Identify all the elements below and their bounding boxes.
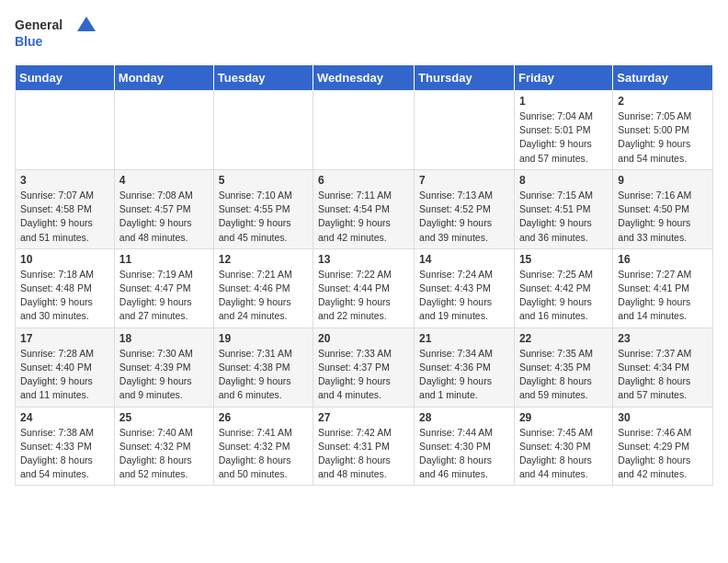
day-info: Sunrise: 7:30 AM Sunset: 4:39 PM Dayligh… <box>119 347 209 403</box>
calendar-header-sunday: Sunday <box>16 65 115 91</box>
day-number: 18 <box>119 332 209 345</box>
day-number: 27 <box>318 411 409 424</box>
calendar-cell: 6Sunrise: 7:11 AM Sunset: 4:54 PM Daylig… <box>313 169 415 248</box>
day-info: Sunrise: 7:27 AM Sunset: 4:41 PM Dayligh… <box>618 268 708 324</box>
day-info: Sunrise: 7:19 AM Sunset: 4:47 PM Dayligh… <box>119 268 209 324</box>
day-info: Sunrise: 7:38 AM Sunset: 4:33 PM Dayligh… <box>20 426 109 482</box>
calendar-cell: 13Sunrise: 7:22 AM Sunset: 4:44 PM Dayli… <box>313 248 415 327</box>
calendar-cell: 3Sunrise: 7:07 AM Sunset: 4:58 PM Daylig… <box>16 169 115 248</box>
day-number: 30 <box>618 411 708 424</box>
day-number: 19 <box>219 332 308 345</box>
day-info: Sunrise: 7:21 AM Sunset: 4:46 PM Dayligh… <box>219 268 308 324</box>
day-number: 8 <box>519 174 608 187</box>
day-number: 7 <box>419 174 509 187</box>
day-number: 9 <box>618 174 708 187</box>
day-info: Sunrise: 7:08 AM Sunset: 4:57 PM Dayligh… <box>119 189 209 245</box>
calendar-cell: 26Sunrise: 7:41 AM Sunset: 4:32 PM Dayli… <box>213 407 313 486</box>
day-number: 13 <box>318 253 409 266</box>
day-number: 25 <box>119 411 209 424</box>
day-info: Sunrise: 7:34 AM Sunset: 4:36 PM Dayligh… <box>419 347 509 403</box>
page-header: General Blue <box>15 15 713 53</box>
calendar-cell: 17Sunrise: 7:28 AM Sunset: 4:40 PM Dayli… <box>16 327 115 407</box>
calendar-cell: 24Sunrise: 7:38 AM Sunset: 4:33 PM Dayli… <box>16 407 115 486</box>
logo-svg: General Blue <box>15 15 97 53</box>
day-info: Sunrise: 7:28 AM Sunset: 4:40 PM Dayligh… <box>20 347 109 403</box>
day-number: 22 <box>519 332 608 345</box>
calendar-cell: 29Sunrise: 7:45 AM Sunset: 4:30 PM Dayli… <box>514 407 612 486</box>
calendar-week-3: 10Sunrise: 7:18 AM Sunset: 4:48 PM Dayli… <box>16 248 713 327</box>
calendar-header-wednesday: Wednesday <box>313 65 415 91</box>
day-number: 24 <box>20 411 109 424</box>
calendar-cell <box>313 91 415 170</box>
calendar-week-2: 3Sunrise: 7:07 AM Sunset: 4:58 PM Daylig… <box>16 169 713 248</box>
calendar-cell: 25Sunrise: 7:40 AM Sunset: 4:32 PM Dayli… <box>114 407 213 486</box>
calendar-cell: 4Sunrise: 7:08 AM Sunset: 4:57 PM Daylig… <box>114 169 213 248</box>
day-number: 11 <box>119 253 209 266</box>
logo: General Blue <box>15 15 97 53</box>
calendar-week-5: 24Sunrise: 7:38 AM Sunset: 4:33 PM Dayli… <box>16 407 713 486</box>
day-number: 4 <box>119 174 209 187</box>
day-number: 23 <box>618 332 708 345</box>
day-number: 26 <box>219 411 308 424</box>
day-info: Sunrise: 7:07 AM Sunset: 4:58 PM Dayligh… <box>20 189 109 245</box>
day-info: Sunrise: 7:46 AM Sunset: 4:29 PM Dayligh… <box>618 426 708 482</box>
day-info: Sunrise: 7:37 AM Sunset: 4:34 PM Dayligh… <box>618 347 708 403</box>
day-info: Sunrise: 7:42 AM Sunset: 4:31 PM Dayligh… <box>318 426 409 482</box>
day-number: 1 <box>519 95 608 108</box>
day-number: 6 <box>318 174 409 187</box>
day-number: 16 <box>618 253 708 266</box>
calendar-cell: 9Sunrise: 7:16 AM Sunset: 4:50 PM Daylig… <box>613 169 713 248</box>
day-info: Sunrise: 7:24 AM Sunset: 4:43 PM Dayligh… <box>419 268 509 324</box>
svg-marker-2 <box>77 17 96 31</box>
calendar-cell: 28Sunrise: 7:44 AM Sunset: 4:30 PM Dayli… <box>415 407 515 486</box>
day-info: Sunrise: 7:33 AM Sunset: 4:37 PM Dayligh… <box>318 347 409 403</box>
day-number: 29 <box>519 411 608 424</box>
calendar-cell: 22Sunrise: 7:35 AM Sunset: 4:35 PM Dayli… <box>514 327 612 407</box>
calendar-cell: 10Sunrise: 7:18 AM Sunset: 4:48 PM Dayli… <box>16 248 115 327</box>
calendar-cell: 1Sunrise: 7:04 AM Sunset: 5:01 PM Daylig… <box>514 91 612 170</box>
calendar-cell: 15Sunrise: 7:25 AM Sunset: 4:42 PM Dayli… <box>514 248 612 327</box>
calendar-cell <box>16 91 115 170</box>
day-info: Sunrise: 7:11 AM Sunset: 4:54 PM Dayligh… <box>318 189 409 245</box>
calendar-cell <box>415 91 515 170</box>
calendar-cell: 8Sunrise: 7:15 AM Sunset: 4:51 PM Daylig… <box>514 169 612 248</box>
day-number: 10 <box>20 253 109 266</box>
day-info: Sunrise: 7:41 AM Sunset: 4:32 PM Dayligh… <box>219 426 308 482</box>
calendar-header-tuesday: Tuesday <box>213 65 313 91</box>
calendar-cell: 20Sunrise: 7:33 AM Sunset: 4:37 PM Dayli… <box>313 327 415 407</box>
calendar-cell: 21Sunrise: 7:34 AM Sunset: 4:36 PM Dayli… <box>415 327 515 407</box>
calendar-cell: 14Sunrise: 7:24 AM Sunset: 4:43 PM Dayli… <box>415 248 515 327</box>
day-number: 21 <box>419 332 509 345</box>
calendar-cell: 5Sunrise: 7:10 AM Sunset: 4:55 PM Daylig… <box>213 169 313 248</box>
day-number: 12 <box>219 253 308 266</box>
day-info: Sunrise: 7:18 AM Sunset: 4:48 PM Dayligh… <box>20 268 109 324</box>
calendar-cell: 23Sunrise: 7:37 AM Sunset: 4:34 PM Dayli… <box>613 327 713 407</box>
calendar-header-thursday: Thursday <box>415 65 515 91</box>
day-info: Sunrise: 7:31 AM Sunset: 4:38 PM Dayligh… <box>219 347 308 403</box>
day-info: Sunrise: 7:45 AM Sunset: 4:30 PM Dayligh… <box>519 426 608 482</box>
calendar-cell: 27Sunrise: 7:42 AM Sunset: 4:31 PM Dayli… <box>313 407 415 486</box>
calendar-table: SundayMondayTuesdayWednesdayThursdayFrid… <box>15 64 713 486</box>
calendar-week-4: 17Sunrise: 7:28 AM Sunset: 4:40 PM Dayli… <box>16 327 713 407</box>
day-number: 20 <box>318 332 409 345</box>
day-number: 28 <box>419 411 509 424</box>
calendar-cell: 11Sunrise: 7:19 AM Sunset: 4:47 PM Dayli… <box>114 248 213 327</box>
svg-text:Blue: Blue <box>15 34 43 49</box>
day-info: Sunrise: 7:35 AM Sunset: 4:35 PM Dayligh… <box>519 347 608 403</box>
calendar-cell: 18Sunrise: 7:30 AM Sunset: 4:39 PM Dayli… <box>114 327 213 407</box>
day-info: Sunrise: 7:04 AM Sunset: 5:01 PM Dayligh… <box>519 109 608 166</box>
day-number: 5 <box>219 174 308 187</box>
calendar-cell: 30Sunrise: 7:46 AM Sunset: 4:29 PM Dayli… <box>613 407 713 486</box>
calendar-cell: 16Sunrise: 7:27 AM Sunset: 4:41 PM Dayli… <box>613 248 713 327</box>
calendar-cell: 19Sunrise: 7:31 AM Sunset: 4:38 PM Dayli… <box>213 327 313 407</box>
day-info: Sunrise: 7:15 AM Sunset: 4:51 PM Dayligh… <box>519 189 608 245</box>
day-number: 14 <box>419 253 509 266</box>
day-number: 3 <box>20 174 109 187</box>
calendar-cell: 12Sunrise: 7:21 AM Sunset: 4:46 PM Dayli… <box>213 248 313 327</box>
calendar-cell <box>213 91 313 170</box>
day-number: 15 <box>519 253 608 266</box>
day-info: Sunrise: 7:10 AM Sunset: 4:55 PM Dayligh… <box>219 189 308 245</box>
calendar-cell: 7Sunrise: 7:13 AM Sunset: 4:52 PM Daylig… <box>415 169 515 248</box>
calendar-cell <box>114 91 213 170</box>
day-number: 2 <box>618 95 708 108</box>
